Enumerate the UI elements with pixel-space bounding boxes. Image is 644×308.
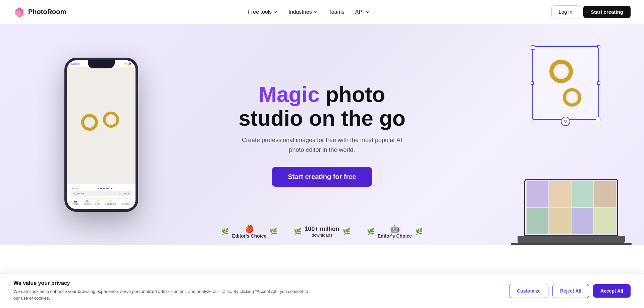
stat-editors-choice-android: Editor's Choice [378, 233, 412, 239]
laptop-mockup [524, 179, 618, 245]
android-icon: 🤖 [378, 225, 412, 233]
rotate-icon: ↻ [561, 117, 570, 126]
phone-search-bar: 🔍 White ✕ Cancel [70, 191, 133, 196]
hero-content: Magic photostudio on the go Create profe… [228, 63, 416, 206]
phone-cancel-top: Cancel [71, 62, 79, 65]
earrings-decoration: ↻ [532, 46, 599, 120]
logo[interactable]: PhotoRoom [13, 6, 66, 18]
stat-editors-choice-apple: Editor's Choice [232, 233, 266, 239]
phone-device: Cancel ⭐ 📤 Cancel [64, 58, 138, 212]
phone-tab-photos: 📷Photos [72, 200, 79, 205]
stat-android: 🌿 🤖 Editor's Choice 🌿 [367, 225, 423, 239]
nav-teams[interactable]: Teams [329, 9, 344, 15]
phone-cancel-btn: Cancel [70, 187, 78, 190]
phone-tab-favorites: ♡Favorites [121, 200, 130, 205]
phone-tab-colors: 🎨Colors [84, 200, 91, 205]
hero-section: Cancel ⭐ 📤 Cancel [0, 24, 644, 245]
phone-mockup: Cancel ⭐ 📤 Cancel [64, 58, 138, 212]
hero-subtitle: Create professional images for free with… [235, 135, 409, 155]
stats-row: 🌿 🍎 Editor's Choice 🌿 🌿 100+ million dow… [221, 225, 423, 239]
nav-industries[interactable]: Industries [288, 9, 318, 15]
stat-downloads: 🌿 100+ million downloads 🌿 [294, 226, 350, 238]
nav-actions: Log in Start creating [551, 5, 631, 18]
login-button[interactable]: Log in [551, 5, 579, 18]
start-creating-button[interactable]: Start creating [583, 6, 631, 18]
laptop-screen [524, 179, 618, 236]
hero-title: Magic photostudio on the go [235, 83, 409, 130]
phone-notch [88, 60, 115, 68]
logo-text: PhotoRoom [28, 8, 66, 16]
phone-screen: Cancel ⭐ 📤 Cancel [67, 60, 136, 209]
nav-links: Free tools Industries Teams API [248, 9, 370, 15]
phone-bottom: Cancel Collections 🔍 White ✕ Cancel 📷Pho… [67, 184, 136, 209]
stat-downloads-label: downloads [305, 233, 339, 238]
phone-image-area [67, 67, 136, 184]
nav-api[interactable]: API [355, 9, 370, 15]
laptop-bottom [511, 243, 632, 245]
navbar: PhotoRoom Free tools Industries Teams AP… [0, 0, 644, 24]
phone-collections-title: Collections [98, 187, 113, 190]
download-count: 100+ million [305, 226, 339, 233]
search-icon: 🔍 [72, 192, 76, 195]
laptop-base [518, 236, 625, 243]
hero-title-magic: Magic [259, 82, 320, 107]
chevron-down-icon [273, 10, 278, 14]
apple-icon: 🍎 [232, 225, 266, 233]
phone-tabs: 📷Photos 🎨Colors 📁Files ⭐Collections ♡Fav… [70, 198, 133, 206]
chevron-down-icon [313, 10, 318, 14]
phone-tab-collections: ⭐Collections [105, 200, 116, 205]
chevron-down-icon [365, 10, 370, 14]
hero-cta-button[interactable]: Start creating for free [272, 167, 372, 187]
logo-icon [13, 6, 25, 18]
stat-apple: 🌿 🍎 Editor's Choice 🌿 [221, 225, 277, 239]
deco-selection-box: ↻ [532, 46, 599, 120]
nav-free-tools[interactable]: Free tools [248, 9, 278, 15]
phone-tab-files: 📁Files [95, 200, 100, 205]
